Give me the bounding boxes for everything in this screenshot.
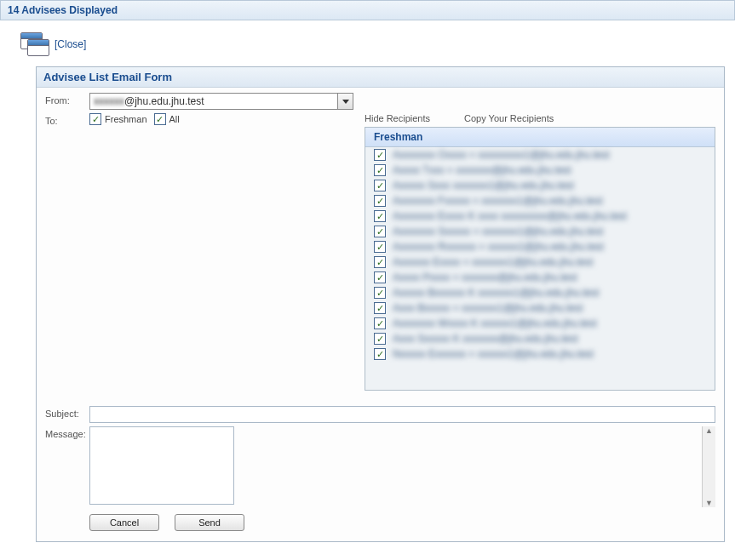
checkbox-icon[interactable]: ✓ [374,149,386,161]
scroll-up-icon[interactable]: ▲ [705,426,713,435]
checkbox-icon[interactable]: ✓ [374,180,386,191]
recipient-row: ✓Axxxxx Bxxxxxx K xxxxxxx1@jhu.edu.jhu.t… [365,285,715,300]
checkbox-icon[interactable]: ✓ [154,113,166,125]
recipient-row: ✓Axxxxxx Exxxx = xxxxxxx1@jhu.edu.jhu.te… [365,254,715,270]
page-header: 14 Advisees Displayed [0,0,735,20]
from-obscured-part: xxxxxx [90,95,124,107]
recipient-text: Axxxxxxx Oxxxx = xxxxxxxxx1@jhu.edu.jhu.… [393,149,610,161]
checkbox-icon[interactable]: ✓ [374,195,386,207]
recipient-row: ✓Axxxxxxx Exxxx K xxxx xxxxxxxxx@jhu.edu… [365,209,715,224]
checkbox-icon[interactable]: ✓ [374,164,386,176]
recipient-text: Axxxxx Bxxxxxx K xxxxxxx1@jhu.edu.jhu.te… [393,287,599,299]
recipient-row: ✓Axxx Bxxxxx = xxxxxxx1@jhu.edu.jhu.test [365,300,715,316]
recipient-text: Axxxxxxx Sxxxxx = xxxxxxx1@jhu.edu.jhu.t… [393,226,603,237]
recipient-row: ✓Axxxx Txxx = xxxxxxx@jhu.edu.jhu.test [365,163,715,178]
svg-marker-0 [342,100,349,104]
to-option-label: Freshman [105,114,147,124]
checkbox-icon[interactable]: ✓ [374,210,386,222]
email-form-panel: Advisee List Email Form From: xxxxxx @jh… [36,66,725,542]
windows-icon [20,32,49,56]
recipient-row: ✓Axxxxxxx Fxxxxx = xxxxxxx1@jhu.edu.jhu.… [365,193,715,209]
page-title: 14 Advisees Displayed [8,4,118,16]
checkbox-icon[interactable]: ✓ [374,256,386,268]
subject-input[interactable] [89,406,715,423]
checkbox-icon[interactable]: ✓ [374,317,386,329]
recipient-text: Axxxxxxx Wxxxx K xxxxxx1@jhu.edu.jhu.tes… [393,317,597,329]
message-textarea[interactable] [89,426,234,505]
copy-recipients-link[interactable]: Copy Your Recipients [464,113,554,123]
recipient-row: ✓Nxxxxx Exxxxxx = xxxxxx1@jhu.edu.jhu.te… [365,346,715,362]
recipient-text: Axxx Bxxxxx = xxxxxxx1@jhu.edu.jhu.test [393,302,583,314]
recipient-row: ✓Axxxxxxx Oxxxx = xxxxxxxxx1@jhu.edu.jhu… [365,147,715,163]
recipient-row: ✓Axxxxxxx Sxxxxx = xxxxxxx1@jhu.edu.jhu.… [365,224,715,239]
send-button[interactable]: Send [175,514,244,531]
from-domain-part: @jhu.edu.jhu.test [124,95,204,107]
subject-label: Subject: [45,406,89,419]
checkbox-icon[interactable]: ✓ [374,226,386,237]
hide-recipients-link[interactable]: Hide Recipients [365,113,430,123]
recipient-text: Axxxx Txxx = xxxxxxx@jhu.edu.jhu.test [393,164,571,176]
chevron-down-icon[interactable] [337,94,353,109]
recipient-text: Axxxxxxx Exxxx K xxxx xxxxxxxxx@jhu.edu.… [393,210,627,222]
recipient-text: Nxxxxx Exxxxxx = xxxxxx1@jhu.edu.jhu.tes… [393,348,594,360]
to-option[interactable]: ✓Freshman [89,113,147,125]
recipient-row: ✓Axxxx Pxxxx = xxxxxxx@jhu.edu.jhu.test [365,270,715,285]
recipient-row: ✓Axxxxxxx Rxxxxxx = xxxxxx1@jhu.edu.jhu.… [365,239,715,254]
to-option[interactable]: ✓All [154,113,180,125]
close-link[interactable]: [Close] [55,38,86,50]
recipient-text: Axxxxxxx Rxxxxxx = xxxxxx1@jhu.edu.jhu.t… [393,241,604,253]
recipient-row: ✓Axxxxx Sxxx xxxxxxx1@jhu.edu.jhu.test [365,178,715,193]
recipient-row: ✓Axxx Sxxxxx K xxxxxxx@jhu.edu.jhu.test [365,331,715,346]
to-label: To: [45,113,89,126]
recipient-text: Axxxxxxx Fxxxxx = xxxxxxx1@jhu.edu.jhu.t… [393,195,603,207]
recipients-panel: Freshman ✓Axxxxxxx Oxxxx = xxxxxxxxx1@jh… [365,127,715,391]
to-option-label: All [169,114,180,124]
message-label: Message: [45,426,89,439]
checkbox-icon[interactable]: ✓ [89,113,101,125]
recipient-text: Axxxxx Sxxx xxxxxxx1@jhu.edu.jhu.test [393,180,574,191]
cancel-button[interactable]: Cancel [89,514,159,531]
from-label: From: [45,93,89,106]
checkbox-icon[interactable]: ✓ [374,241,386,253]
checkbox-icon[interactable]: ✓ [374,348,386,360]
checkbox-icon[interactable]: ✓ [374,333,386,345]
form-title: Advisee List Email Form [37,67,724,88]
recipient-text: Axxxx Pxxxx = xxxxxxx@jhu.edu.jhu.test [393,271,577,283]
checkbox-icon[interactable]: ✓ [374,302,386,314]
scroll-down-icon[interactable]: ▼ [705,499,713,507]
recipient-row: ✓Axxxxxxx Wxxxx K xxxxxx1@jhu.edu.jhu.te… [365,316,715,331]
recipient-group-header: Freshman [365,128,715,147]
scrollbar[interactable]: ▲ ▼ [702,426,715,507]
checkbox-icon[interactable]: ✓ [374,287,386,299]
checkbox-icon[interactable]: ✓ [374,271,386,283]
recipient-text: Axxxxxx Exxxx = xxxxxxx1@jhu.edu.jhu.tes… [393,256,593,268]
from-dropdown[interactable]: xxxxxx @jhu.edu.jhu.test [89,93,353,110]
recipient-text: Axxx Sxxxxx K xxxxxxx@jhu.edu.jhu.test [393,333,578,345]
